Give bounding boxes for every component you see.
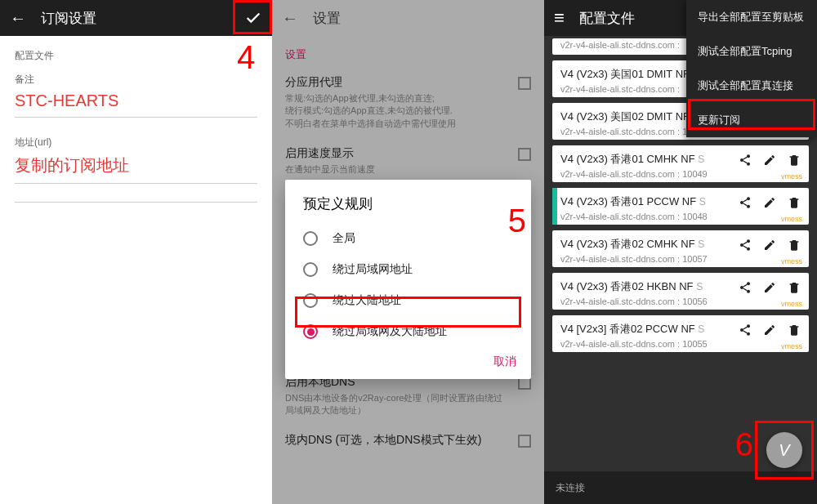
server-address: v2r-v4-aisle-ali.stc-ddns.com : 10049 — [560, 169, 734, 179]
status-bar: 未连接 — [544, 471, 817, 504]
radio-label: 绕过局域网及大陆地址 — [333, 324, 447, 339]
radio-label: 绕过局域网地址 — [333, 262, 413, 277]
edit-icon[interactable] — [763, 154, 776, 170]
svg-point-7 — [740, 158, 743, 162]
server-name: V4 (V2x3) 香港02 CMHK NF S — [560, 237, 734, 252]
annotation-number-6: 6 — [735, 426, 753, 463]
menu-item[interactable]: 测试全部配置真连接 — [686, 69, 817, 103]
edit-icon[interactable] — [763, 196, 776, 212]
svg-point-9 — [747, 197, 750, 200]
status-text: 未连接 — [556, 481, 585, 495]
remark-label: 备注 — [15, 73, 257, 87]
svg-point-15 — [747, 282, 750, 285]
svg-point-11 — [747, 205, 750, 208]
remark-input-hint[interactable]: STC-HEARTS — [15, 91, 257, 110]
menu-item[interactable]: 更新订阅 — [686, 103, 817, 137]
protocol-badge: vmess — [781, 257, 802, 265]
radio-option[interactable]: 绕过局域网及大陆地址 — [285, 316, 531, 347]
server-card[interactable]: V4 [V2x3] 香港02 PCCW NF Sv2r-v4-aisle-ali… — [552, 315, 809, 352]
server-name: V4 (V2x3) 香港01 CMHK NF S — [560, 152, 734, 167]
radio-option[interactable]: 绕过大陆地址 — [285, 285, 531, 316]
delete-icon[interactable] — [788, 154, 801, 170]
radio-option[interactable]: 全局 — [285, 223, 531, 254]
svg-point-6 — [747, 154, 750, 158]
server-name: V4 [V2x3] 香港02 PCCW NF S — [560, 322, 734, 337]
radio-icon[interactable] — [303, 262, 318, 277]
back-icon[interactable] — [10, 9, 26, 28]
server-address: v2r-v4-aisle-ali.stc-ddns.com : 10056 — [560, 297, 734, 306]
delete-icon[interactable] — [788, 196, 801, 212]
server-name: V4 (V2x3) 香港02 HKBN NF S — [560, 279, 734, 294]
delete-icon[interactable] — [788, 239, 801, 255]
share-icon[interactable] — [739, 196, 752, 212]
remark-input-underline — [15, 117, 257, 118]
menu-icon[interactable] — [554, 7, 565, 29]
svg-point-18 — [747, 324, 750, 328]
edit-icon[interactable] — [763, 323, 776, 340]
profile-label: 配置文件 — [15, 49, 257, 63]
svg-point-16 — [740, 286, 743, 289]
server-address: v2r-v4-aisle-ali.stc-ddns.com : 10048 — [560, 212, 734, 221]
radio-option[interactable]: 绕过局域网地址 — [285, 254, 531, 285]
svg-point-19 — [740, 328, 743, 332]
share-icon[interactable] — [739, 281, 752, 297]
annotation-number-5: 5 — [508, 203, 526, 239]
svg-point-12 — [747, 239, 750, 243]
share-icon[interactable] — [739, 239, 752, 255]
annotation-number-4: 4 — [237, 39, 255, 76]
url-label: 地址(url) — [15, 136, 257, 149]
radio-label: 全局 — [333, 231, 355, 246]
connect-fab[interactable]: V — [766, 432, 802, 468]
svg-point-8 — [747, 163, 750, 166]
server-card[interactable]: V4 (V2x3) 香港01 PCCW NF Sv2r-v4-aisle-ali… — [552, 188, 809, 225]
edit-icon[interactable] — [763, 239, 776, 255]
share-icon[interactable] — [739, 154, 752, 170]
delete-icon[interactable] — [788, 323, 801, 340]
overflow-menu: 导出全部配置至剪贴板测试全部配置Tcping测试全部配置真连接更新订阅 — [686, 0, 817, 137]
server-address: v2r-v4-aisle-ali.stc-ddns.com : 10055 — [560, 339, 734, 349]
server-name: V4 (V2x3) 香港01 PCCW NF S — [560, 194, 734, 209]
svg-point-14 — [747, 248, 750, 251]
radio-icon[interactable] — [303, 324, 318, 339]
edit-icon[interactable] — [763, 281, 776, 297]
svg-point-10 — [740, 201, 743, 204]
protocol-badge: vmess — [781, 300, 802, 308]
server-card[interactable]: V4 (V2x3) 香港02 CMHK NF Sv2r-v4-aisle-ali… — [552, 230, 809, 267]
cancel-button[interactable]: 取消 — [493, 355, 516, 368]
radio-label: 绕过大陆地址 — [333, 293, 401, 308]
svg-point-17 — [747, 290, 750, 293]
menu-item[interactable]: 测试全部配置Tcping — [686, 34, 817, 69]
url-input-hint[interactable]: 复制的订阅地址 — [15, 154, 257, 176]
delete-icon[interactable] — [788, 281, 801, 297]
server-card[interactable]: V4 (V2x3) 香港01 CMHK NF Sv2r-v4-aisle-ali… — [552, 145, 809, 182]
protocol-badge: vmess — [781, 172, 802, 181]
server-card[interactable]: V4 (V2x3) 香港02 HKBN NF Sv2r-v4-aisle-ali… — [552, 273, 809, 310]
divider — [15, 202, 257, 203]
radio-icon[interactable] — [303, 293, 318, 308]
protocol-badge: vmess — [781, 342, 802, 350]
confirm-button[interactable] — [244, 9, 262, 27]
menu-item[interactable]: 导出全部配置至剪贴板 — [686, 0, 817, 34]
svg-point-13 — [740, 243, 743, 247]
predefined-rules-dialog: 预定义规则 全局绕过局域网地址绕过大陆地址绕过局域网及大陆地址 取消 — [285, 180, 531, 379]
protocol-badge: vmess — [781, 215, 802, 223]
share-icon[interactable] — [739, 323, 752, 340]
url-input-underline — [15, 183, 257, 184]
page-title: 订阅设置 — [41, 9, 230, 28]
svg-point-20 — [747, 332, 750, 336]
radio-icon[interactable] — [303, 231, 318, 246]
dialog-title: 预定义规则 — [285, 194, 531, 223]
server-address: v2r-v4-aisle-ali.stc-ddns.com : 10057 — [560, 254, 734, 264]
